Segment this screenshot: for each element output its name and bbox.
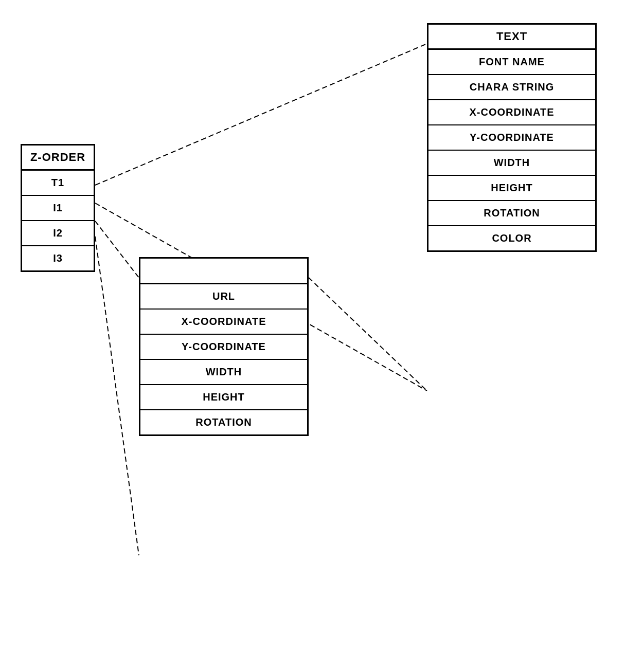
text-row-1: CHARA STRING: [428, 75, 595, 100]
table-text: TEXT FONT NAME CHARA STRING X-COORDINATE…: [427, 23, 597, 252]
image-row-5: ROTATION: [140, 410, 307, 434]
svg-line-2: [95, 221, 139, 278]
svg-line-4: [309, 278, 427, 391]
text-row-3: Y-COORDINATE: [428, 125, 595, 151]
zorder-row-1: I1: [22, 196, 94, 221]
image-row-4: HEIGHT: [140, 385, 307, 410]
text-row-5: HEIGHT: [428, 176, 595, 201]
text-row-6: ROTATION: [428, 201, 595, 226]
image-row-3: WIDTH: [140, 360, 307, 385]
text-header: TEXT: [428, 25, 595, 50]
diagram-container: Z-ORDER T1 I1 I2 I3 TEXT FONT NAME CHARA…: [0, 0, 643, 672]
zorder-header: Z-ORDER: [22, 146, 94, 171]
image-row-2: Y-COORDINATE: [140, 335, 307, 360]
text-row-2: X-COORDINATE: [428, 100, 595, 125]
zorder-row-0: T1: [22, 171, 94, 196]
image-header: [140, 259, 307, 284]
zorder-row-3: I3: [22, 246, 94, 270]
text-row-0: FONT NAME: [428, 50, 595, 75]
text-row-4: WIDTH: [428, 151, 595, 176]
table-zorder: Z-ORDER T1 I1 I2 I3: [21, 144, 95, 272]
image-row-0: URL: [140, 284, 307, 310]
image-row-1: X-COORDINATE: [140, 310, 307, 335]
text-row-7: COLOR: [428, 226, 595, 250]
svg-line-3: [95, 237, 139, 555]
zorder-row-2: I2: [22, 221, 94, 246]
table-image: URL X-COORDINATE Y-COORDINATE WIDTH HEIG…: [139, 257, 309, 436]
svg-line-0: [95, 44, 427, 185]
